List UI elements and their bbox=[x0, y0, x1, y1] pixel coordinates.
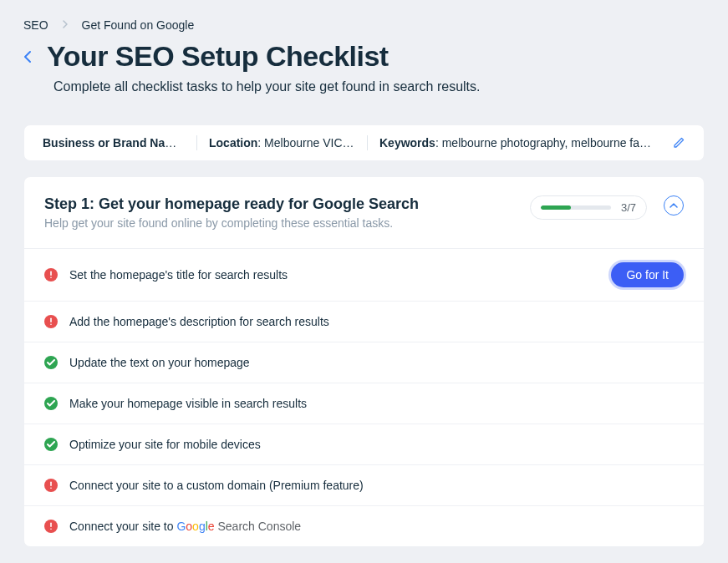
task-label: Connect your site to Google Search Conso… bbox=[69, 520, 684, 533]
pencil-icon bbox=[672, 136, 685, 150]
step-subtitle: Help get your site found online by compl… bbox=[44, 216, 513, 230]
task-label: Set the homepage's title for search resu… bbox=[69, 268, 599, 282]
chevron-up-icon bbox=[669, 203, 678, 208]
svg-rect-4 bbox=[50, 482, 52, 487]
page-subtitle: Complete all checklist tasks to help you… bbox=[53, 79, 705, 94]
svg-rect-6 bbox=[50, 523, 52, 528]
divider bbox=[196, 135, 197, 150]
progress-fill bbox=[541, 205, 571, 210]
back-button[interactable] bbox=[23, 50, 32, 63]
business-name-label: Business or Brand Name bbox=[43, 136, 182, 150]
page-title: Your SEO Setup Checklist bbox=[47, 40, 389, 73]
step-card: Step 1: Get your homepage ready for Goog… bbox=[23, 176, 705, 547]
svg-rect-7 bbox=[50, 528, 52, 530]
breadcrumb-root[interactable]: SEO bbox=[23, 18, 48, 32]
status-todo-icon bbox=[44, 520, 58, 533]
task-row[interactable]: Add the homepage's description for searc… bbox=[24, 302, 704, 342]
keywords-label: Keywords bbox=[379, 136, 435, 150]
status-done-icon bbox=[44, 438, 58, 451]
task-row[interactable]: Update the text on your homepage bbox=[24, 342, 704, 383]
location-value: : Melbourne VIC, Au… bbox=[257, 136, 355, 150]
keywords-cell: Keywords: melbourne photography, melbour… bbox=[379, 136, 655, 150]
task-label: Optimize your site for mobile devices bbox=[69, 438, 684, 451]
task-row[interactable]: Connect your site to Google Search Conso… bbox=[24, 506, 704, 546]
chevron-left-icon bbox=[23, 50, 32, 63]
step-header: Step 1: Get your homepage ready for Goog… bbox=[24, 177, 704, 248]
progress-text: 3/7 bbox=[621, 201, 636, 214]
progress-indicator: 3/7 bbox=[530, 195, 647, 220]
status-todo-icon bbox=[44, 268, 58, 282]
status-done-icon bbox=[44, 397, 58, 410]
svg-rect-5 bbox=[50, 487, 52, 489]
task-label: Add the homepage's description for searc… bbox=[69, 315, 684, 328]
svg-rect-2 bbox=[50, 318, 52, 323]
task-row[interactable]: Connect your site to a custom domain (Pr… bbox=[24, 465, 704, 506]
svg-rect-3 bbox=[50, 323, 52, 325]
divider bbox=[367, 135, 368, 150]
location-label: Location bbox=[209, 136, 257, 150]
go-for-it-button[interactable]: Go for It bbox=[611, 262, 684, 287]
task-list: Set the homepage's title for search resu… bbox=[24, 248, 704, 546]
task-row[interactable]: Set the homepage's title for search resu… bbox=[24, 249, 704, 302]
breadcrumb-current: Get Found on Google bbox=[82, 18, 195, 32]
business-info-bar: Business or Brand Name: In… Location: Me… bbox=[23, 124, 705, 161]
keywords-value: : melbourne photography, melbourne famil… bbox=[435, 136, 655, 150]
chevron-right-icon bbox=[62, 18, 69, 32]
svg-rect-0 bbox=[50, 271, 52, 276]
svg-rect-1 bbox=[50, 276, 52, 278]
task-label: Connect your site to a custom domain (Pr… bbox=[69, 479, 684, 492]
task-row[interactable]: Optimize your site for mobile devices bbox=[24, 424, 704, 465]
status-done-icon bbox=[44, 356, 58, 369]
breadcrumb: SEO Get Found on Google bbox=[23, 18, 705, 32]
status-todo-icon bbox=[44, 315, 58, 328]
step-title: Step 1: Get your homepage ready for Goog… bbox=[44, 195, 513, 213]
edit-button[interactable] bbox=[672, 136, 685, 150]
task-label: Make your homepage visible in search res… bbox=[69, 397, 684, 410]
status-todo-icon bbox=[44, 479, 58, 492]
business-name-value: : In… bbox=[182, 136, 186, 150]
progress-bar bbox=[541, 205, 611, 210]
business-name-cell: Business or Brand Name: In… bbox=[43, 136, 185, 150]
task-label: Update the text on your homepage bbox=[69, 356, 684, 369]
location-cell: Location: Melbourne VIC, Au… bbox=[209, 136, 355, 150]
task-row[interactable]: Make your homepage visible in search res… bbox=[24, 383, 704, 424]
collapse-button[interactable] bbox=[664, 195, 684, 216]
